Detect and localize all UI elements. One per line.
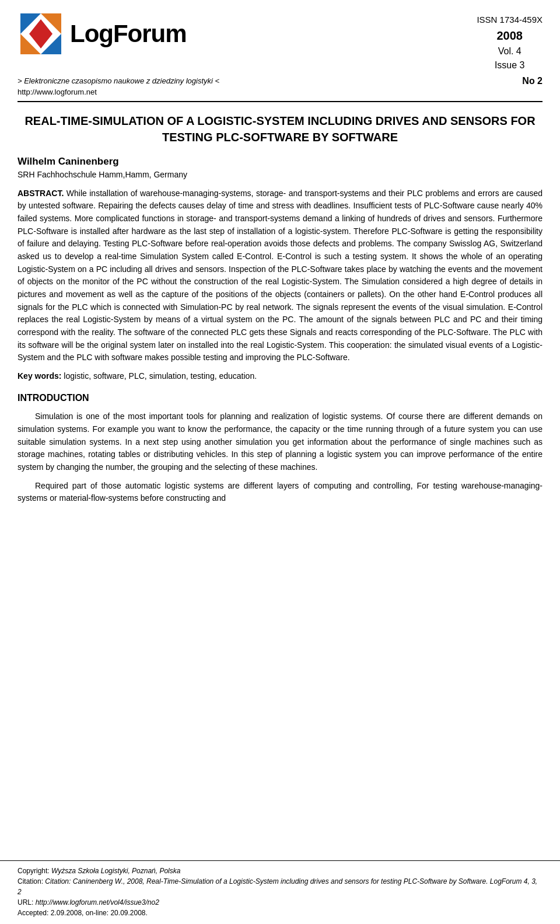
- header: LogForum ISSN 1734-459X 2008 Vol. 4 Issu…: [0, 0, 560, 72]
- issn-area: ISSN 1734-459X 2008 Vol. 4 Issue 3: [477, 11, 542, 72]
- issn-line: ISSN 1734-459X: [477, 13, 542, 27]
- section-title-introduction: INTRODUCTION: [18, 393, 542, 403]
- author-name: Wilhelm Caninenberg: [18, 156, 542, 168]
- page: LogForum ISSN 1734-459X 2008 Vol. 4 Issu…: [0, 0, 560, 924]
- footer-copyright-value: Wyższa Szkoła Logistyki, Poznań, Polska: [51, 867, 180, 875]
- svg-marker-4: [29, 19, 52, 48]
- issue-line: Issue 3: [477, 58, 542, 72]
- keywords-line: Key words: logistic, software, PLC, simu…: [18, 370, 542, 382]
- main-content: REAL-TIME-SIMULATION OF A LOGISTIC-SYSTE…: [0, 102, 560, 505]
- logo-text: LogForum: [70, 20, 187, 48]
- url-row: http://www.logforum.net: [0, 86, 560, 96]
- vol-line: Vol. 4: [477, 44, 542, 58]
- footer-citation-label: Citation:: [18, 877, 45, 885]
- affiliation: SRH Fachhochschule Hamm,Hamm, Germany: [18, 170, 542, 179]
- url-text: http://www.logforum.net: [18, 88, 97, 96]
- footer-accepted-label: Accepted: 2.09.2008, on-line: 20.09.2008…: [18, 909, 148, 917]
- intro-paragraph-2: Required part of those automatic logisti…: [18, 480, 542, 505]
- year-line: 2008: [477, 27, 542, 44]
- footer-dates: Accepted: 2.09.2008, on-line: 20.09.2008…: [18, 908, 542, 918]
- no2-text: No 2: [522, 76, 542, 86]
- subtitle-text: > Elektroniczne czasopismo naukowe z dzi…: [18, 76, 219, 85]
- keywords-label: Key words:: [18, 371, 61, 381]
- footer-citation: Citation: Citation: Caninenberg W., 2008…: [18, 876, 542, 897]
- abstract-body: While installation of warehouse-managing…: [18, 189, 542, 362]
- footer: Copyright: Wyższa Szkoła Logistyki, Pozn…: [0, 860, 560, 924]
- subtitle-row: > Elektroniczne czasopismo naukowe z dzi…: [0, 72, 560, 86]
- abstract-label: ABSTRACT.: [18, 189, 64, 198]
- keywords-values: logistic, software, PLC, simulation, tes…: [64, 371, 257, 381]
- logo-area: LogForum: [18, 11, 187, 57]
- article-title: REAL-TIME-SIMULATION OF A LOGISTIC-SYSTE…: [18, 113, 542, 145]
- abstract-paragraph: ABSTRACT. While installation of warehous…: [18, 187, 542, 365]
- footer-url-value: http://www.logforum.net/vol4/issue3/no2: [36, 898, 159, 906]
- footer-url-label: URL:: [18, 898, 36, 906]
- footer-url: URL: http://www.logforum.net/vol4/issue3…: [18, 897, 542, 908]
- footer-copyright-label: Copyright:: [18, 867, 51, 875]
- footer-citation-value: Citation: Caninenberg W., 2008, Real-Tim…: [18, 877, 537, 896]
- intro-paragraph-1: Simulation is one of the most important …: [18, 410, 542, 473]
- logforum-icon: [18, 11, 64, 57]
- footer-copyright: Copyright: Wyższa Szkoła Logistyki, Pozn…: [18, 866, 542, 876]
